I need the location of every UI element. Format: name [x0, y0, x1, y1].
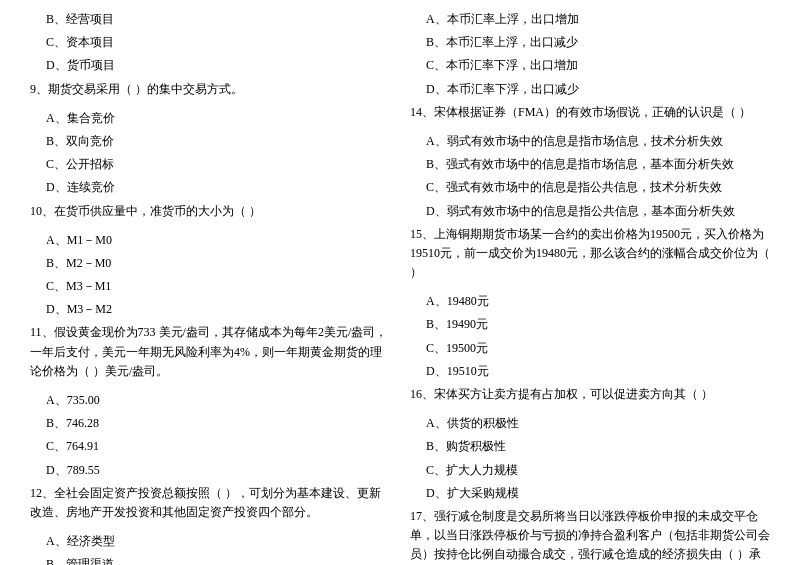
- option-item: C、764.91: [30, 437, 390, 456]
- option-item: A、本币汇率上浮，出口增加: [410, 10, 770, 29]
- option-item: D、本币汇率下浮，出口减少: [410, 80, 770, 99]
- right-column: A、本币汇率上浮，出口增加B、本币汇率上浮，出口减少C、本币汇率下浮，出口增加D…: [410, 10, 770, 565]
- option-item: D、弱式有效市场中的信息是指公共信息，基本面分析失效: [410, 202, 770, 221]
- option-item: D、扩大采购规模: [410, 484, 770, 503]
- left-column: B、经营项目C、资本项目D、货币项目9、期货交易采用（ ）的集中交易方式。A、集…: [30, 10, 390, 565]
- option-item: D、M3－M2: [30, 300, 390, 319]
- option-item: C、强式有效市场中的信息是指公共信息，技术分析失效: [410, 178, 770, 197]
- question-block: 15、上海铜期期货市场某一合约的卖出价格为19500元，买入价格为19510元，…: [410, 225, 770, 283]
- question-block: 17、强行减仓制度是交易所将当日以涨跌停板价申报的未成交平仓单，以当日涨跌停板价…: [410, 507, 770, 565]
- option-item: B、746.28: [30, 414, 390, 433]
- question-block: 11、假设黄金现价为733 美元/盎司，其存储成本为每年2美元/盎司，一年后支付…: [30, 323, 390, 381]
- option-item: D、货币项目: [30, 56, 390, 75]
- option-item: B、双向竞价: [30, 132, 390, 151]
- option-item: C、公开招标: [30, 155, 390, 174]
- option-item: D、连续竞价: [30, 178, 390, 197]
- option-item: B、M2－M0: [30, 254, 390, 273]
- option-item: A、集合竞价: [30, 109, 390, 128]
- option-item: C、扩大人力规模: [410, 461, 770, 480]
- option-item: A、19480元: [410, 292, 770, 311]
- option-item: B、管理渠道: [30, 555, 390, 565]
- option-item: C、资本项目: [30, 33, 390, 52]
- option-item: A、经济类型: [30, 532, 390, 551]
- option-item: B、购货积极性: [410, 437, 770, 456]
- option-item: B、经营项目: [30, 10, 390, 29]
- option-item: C、M3－M1: [30, 277, 390, 296]
- option-item: A、M1－M0: [30, 231, 390, 250]
- option-item: A、弱式有效市场中的信息是指市场信息，技术分析失效: [410, 132, 770, 151]
- page-content: B、经营项目C、资本项目D、货币项目9、期货交易采用（ ）的集中交易方式。A、集…: [30, 10, 770, 565]
- option-item: A、735.00: [30, 391, 390, 410]
- question-block: 12、全社会固定资产投资总额按照（ ），可划分为基本建设、更新改造、房地产开发投…: [30, 484, 390, 522]
- option-item: B、19490元: [410, 315, 770, 334]
- question-block: 16、宋体买方让卖方提有占加权，可以促进卖方向其（ ）: [410, 385, 770, 404]
- option-item: B、强式有效市场中的信息是指市场信息，基本面分析失效: [410, 155, 770, 174]
- option-item: A、供货的积极性: [410, 414, 770, 433]
- question-block: 9、期货交易采用（ ）的集中交易方式。: [30, 80, 390, 99]
- question-block: 10、在货币供应量中，准货币的大小为（ ）: [30, 202, 390, 221]
- option-item: D、789.55: [30, 461, 390, 480]
- option-item: D、19510元: [410, 362, 770, 381]
- option-item: C、本币汇率下浮，出口增加: [410, 56, 770, 75]
- option-item: B、本币汇率上浮，出口减少: [410, 33, 770, 52]
- option-item: C、19500元: [410, 339, 770, 358]
- question-block: 14、宋体根据证券（FMA）的有效市场假说，正确的认识是（ ）: [410, 103, 770, 122]
